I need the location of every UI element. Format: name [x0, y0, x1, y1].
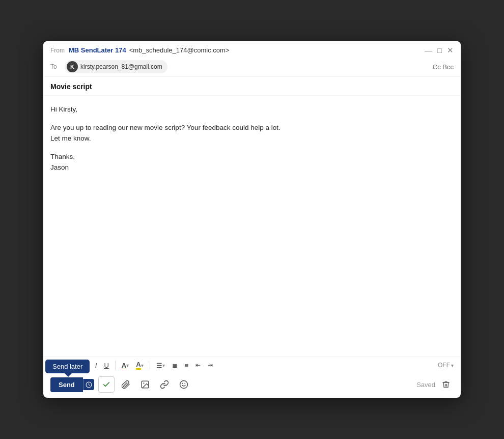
delete-button[interactable] — [438, 378, 454, 391]
send-label: Send — [59, 381, 75, 389]
body-line3: Let me know. — [50, 134, 91, 142]
from-label: From — [50, 47, 65, 54]
minimize-button[interactable]: — — [425, 46, 432, 54]
off-dropdown-arrow[interactable]: ▾ — [451, 363, 454, 368]
body-line5: Jason — [50, 163, 69, 171]
svg-point-4 — [143, 382, 144, 383]
email-body[interactable]: Hi Kirsty, Are you up to reading our new… — [43, 96, 461, 356]
sender-name: MB SendLater 174 — [69, 46, 126, 54]
avatar: K — [67, 61, 78, 72]
saved-status: Saved — [416, 378, 454, 391]
action-bar: Send later Send — [43, 373, 461, 398]
saved-text: Saved — [416, 381, 435, 389]
title-bar-from: From MB SendLater 174 <mb_schedule_174@c… — [50, 46, 229, 54]
clock-icon — [86, 381, 92, 388]
compose-window: From MB SendLater 174 <mb_schedule_174@c… — [43, 41, 461, 398]
send-button-group: Send later Send — [50, 377, 94, 392]
checkmark-button[interactable] — [98, 376, 115, 393]
recipient-chip[interactable]: K kirsty.pearson_81@gmail.com — [65, 60, 167, 73]
body-content: Are you up to reading our new movie scri… — [50, 122, 454, 144]
toolbar-right: OFF ▾ — [438, 362, 454, 369]
emoji-button[interactable] — [176, 378, 192, 391]
svg-line-2 — [89, 385, 90, 385]
off-label: OFF — [438, 362, 450, 369]
recipient-email: kirsty.pearson_81@gmail.com — [80, 63, 162, 70]
body-line4: Thanks, — [50, 153, 75, 160]
image-button[interactable] — [137, 378, 153, 391]
body-thanks: Thanks, Jason — [50, 151, 454, 173]
indent-increase-button[interactable]: ⇥ — [205, 360, 216, 370]
italic-button[interactable]: I — [92, 360, 100, 371]
toolbar-separator-2 — [150, 361, 150, 370]
align-button[interactable]: ☰ ▾ — [153, 360, 168, 371]
send-later-tooltip: Send later — [45, 360, 90, 373]
unordered-list-button[interactable]: ≡ — [182, 360, 192, 371]
toolbar-separator-1 — [115, 361, 116, 370]
trash-icon — [442, 380, 450, 389]
window-controls: — □ ✕ — [425, 46, 454, 54]
underline-button[interactable]: U — [101, 360, 111, 371]
to-label: To — [50, 63, 61, 70]
subject-row: Movie script — [43, 77, 461, 96]
link-icon — [160, 380, 169, 389]
link-button[interactable] — [156, 378, 173, 391]
indent-decrease-button[interactable]: ⇤ — [192, 360, 204, 370]
subject-text: Movie script — [50, 83, 92, 91]
ordered-list-button[interactable]: ≣ — [169, 360, 181, 371]
checkmark-icon — [102, 380, 110, 389]
close-button[interactable]: ✕ — [447, 46, 454, 54]
maximize-button[interactable]: □ — [437, 46, 442, 54]
to-row: To K kirsty.pearson_81@gmail.com Cc Bcc — [43, 57, 461, 77]
svg-point-5 — [180, 381, 187, 389]
body-greeting: Hi Kirsty, — [50, 104, 454, 115]
send-button[interactable]: Send — [50, 377, 83, 392]
paperclip-icon — [121, 380, 130, 389]
font-color-button[interactable]: A ▾ — [119, 360, 132, 371]
highlight-color-button[interactable]: A ▾ — [133, 359, 146, 371]
sender-email: <mb_schedule_174@comic.com> — [129, 46, 230, 54]
title-bar: From MB SendLater 174 <mb_schedule_174@c… — [43, 41, 461, 57]
highlight-dropdown-arrow: ▾ — [141, 363, 144, 368]
attachment-button[interactable] — [118, 378, 134, 391]
emoji-icon — [179, 380, 188, 389]
image-icon — [141, 380, 150, 389]
body-line2: Are you up to reading our new movie scri… — [50, 124, 281, 131]
formatting-toolbar: Arial 10 ▾ B I U A ▾ A ▾ ☰ ▾ ≣ — [43, 356, 461, 373]
font-color-dropdown-arrow: ▾ — [126, 363, 129, 368]
send-clock-button[interactable] — [83, 379, 94, 390]
cc-bcc-button[interactable]: Cc Bcc — [433, 63, 454, 71]
